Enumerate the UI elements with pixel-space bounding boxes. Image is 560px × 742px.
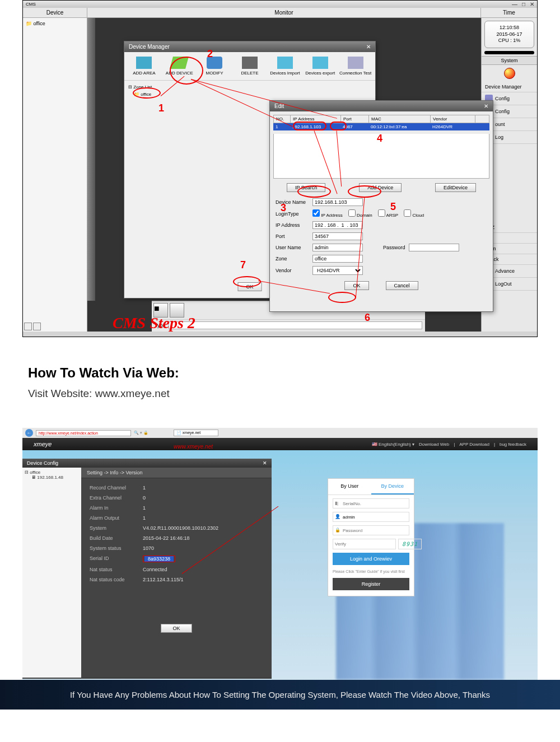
bug-feedback-link[interactable]: bug feedback bbox=[500, 442, 526, 447]
register-button[interactable]: Register bbox=[333, 578, 409, 590]
login-hint: Please Click "Enter Guide" if you visit … bbox=[328, 568, 414, 575]
web-screenshot: ← http://www.xmeye.net/index.action 🔍 ▾ … bbox=[22, 428, 538, 680]
tree-item[interactable]: 🖥 192.168.1.48 bbox=[25, 475, 79, 480]
annotation-3: 3 bbox=[281, 202, 286, 214]
clock-box: 12:10:58 2015-06-17 CPU : 1% bbox=[484, 21, 534, 48]
lang-selector[interactable]: 🇺🇸 English(English) ▾ bbox=[372, 442, 414, 447]
devmgr-toolbar: ADD AREA ADD DEVICE MODIFY DELETE Device… bbox=[124, 52, 375, 81]
zone-input[interactable] bbox=[312, 255, 363, 263]
user-icon: 👤 bbox=[335, 514, 340, 520]
device-config-dialog: Device Config ✕ ⊟ office 🖥 192.168.1.48 … bbox=[22, 459, 272, 679]
import-button[interactable]: Devices Import bbox=[268, 57, 302, 76]
port-input[interactable] bbox=[312, 232, 363, 240]
maximize-icon[interactable]: □ bbox=[522, 1, 525, 7]
login-type-domain[interactable]: Domain bbox=[348, 209, 372, 218]
close-icon[interactable]: ✕ bbox=[530, 1, 534, 7]
serial-id-highlight: 8a933238 bbox=[143, 556, 175, 562]
barcode-icon: ▮| bbox=[335, 501, 340, 506]
dc-breadcrumb: Setting -> Info -> Version bbox=[81, 468, 272, 478]
username-input[interactable] bbox=[312, 244, 363, 251]
test-button[interactable]: Connection Test bbox=[338, 57, 372, 76]
minimize-icon[interactable]: — bbox=[512, 1, 517, 7]
dc-tree: ⊟ office 🖥 192.168.1.48 bbox=[22, 468, 81, 678]
dc-ok-button[interactable]: OK bbox=[161, 624, 192, 633]
device-tree-panel: 📁 office bbox=[23, 18, 87, 332]
edit-dialog: Edit ✕ NO. IP Address Port MAC Vendor 1 … bbox=[269, 100, 493, 312]
type-field[interactable] bbox=[169, 321, 422, 329]
login-button[interactable]: Login and Orewiev bbox=[333, 553, 409, 565]
browser-bar: ← http://www.xmeye.net/index.action 🔍 ▾ … bbox=[22, 428, 538, 438]
device-name-input[interactable] bbox=[312, 198, 363, 206]
add-area-button[interactable]: ADD AREA bbox=[127, 57, 161, 76]
section-body: Visit Website: www.xmeye.net bbox=[28, 388, 532, 400]
cms-screenshot: CMS — □ ✕ Device Monitor Time 📁 office ■ bbox=[22, 0, 538, 337]
lock-icon: 🔒 bbox=[335, 528, 340, 533]
annotation-1: 1 bbox=[158, 102, 164, 114]
record-button[interactable] bbox=[504, 68, 515, 79]
close-icon[interactable]: ✕ bbox=[263, 460, 267, 466]
annotation-4: 4 bbox=[377, 133, 382, 144]
export-button[interactable]: Devices export bbox=[303, 57, 337, 76]
footer-text: If You Have Any Problems About How To Se… bbox=[0, 680, 560, 710]
address-bar[interactable]: http://www.xmeye.net/index.action bbox=[36, 430, 131, 436]
username-field[interactable]: 👤 bbox=[333, 512, 409, 522]
annotation-5: 5 bbox=[390, 201, 396, 213]
close-icon[interactable]: ✕ bbox=[366, 44, 371, 50]
login-tab-user[interactable]: By User bbox=[328, 479, 371, 494]
login-tab-device[interactable]: By Device bbox=[371, 479, 414, 494]
header-device: Device bbox=[23, 8, 87, 17]
download-web-link[interactable]: Download Web bbox=[419, 442, 449, 447]
web-logo: xmeye bbox=[34, 441, 52, 447]
edit-titlebar[interactable]: Edit ✕ bbox=[270, 101, 493, 111]
ip-address-input[interactable] bbox=[312, 221, 363, 229]
cms-app-title: CMS bbox=[26, 2, 36, 7]
login-panel: By User By Device ▮| 👤 🔒 8931 Login and … bbox=[328, 478, 414, 596]
sidebar-device-manager[interactable]: Device Manager bbox=[482, 82, 537, 92]
web-header: xmeye 🇺🇸 English(English) ▾ Download Web… bbox=[22, 438, 538, 450]
page-icon[interactable] bbox=[24, 323, 32, 330]
edit-device-button[interactable]: EditDevice bbox=[435, 183, 476, 192]
back-button[interactable]: ← bbox=[25, 429, 33, 437]
system-section-label: System bbox=[482, 56, 537, 65]
dc-titlebar[interactable]: Device Config ✕ bbox=[22, 459, 272, 468]
header-time: Time bbox=[481, 8, 537, 17]
cms-titlebar: CMS — □ ✕ bbox=[23, 1, 537, 8]
cms-steps-label: CMS Steps 2 bbox=[113, 314, 195, 332]
close-icon[interactable]: ✕ bbox=[484, 103, 488, 109]
edit-cancel-button[interactable]: Cancel bbox=[386, 281, 418, 290]
login-type-cloud[interactable]: Cloud bbox=[404, 209, 424, 218]
annotation-2: 2 bbox=[207, 48, 213, 60]
delete-button[interactable]: DELETE bbox=[233, 57, 267, 76]
refresh-icon[interactable] bbox=[33, 323, 41, 330]
url-annotation: www.xmeye.net bbox=[174, 444, 213, 450]
tree-root[interactable]: 📁 office bbox=[25, 20, 85, 27]
header-monitor: Monitor bbox=[87, 8, 481, 17]
tree-item[interactable]: ⊟ office bbox=[25, 470, 79, 475]
section-text: How To Watch Via Web: Visit Website: www… bbox=[28, 365, 532, 400]
cms-header: Device Monitor Time bbox=[23, 8, 537, 18]
verify-input[interactable] bbox=[333, 539, 396, 549]
browser-tab[interactable]: 📄 xmeye.net bbox=[174, 430, 218, 436]
app-download-link[interactable]: APP Download bbox=[459, 442, 489, 447]
serial-field[interactable]: ▮| bbox=[333, 498, 409, 508]
password-field[interactable]: 🔒 bbox=[333, 525, 409, 535]
vendor-select[interactable]: H264DVR bbox=[312, 266, 363, 275]
password-input[interactable] bbox=[409, 244, 459, 251]
annotation-6: 6 bbox=[365, 312, 370, 324]
section-heading: How To Watch Via Web: bbox=[28, 365, 532, 381]
devmgr-titlebar[interactable]: Device Manager ✕ bbox=[124, 41, 375, 52]
annotation-7: 7 bbox=[240, 259, 246, 271]
login-type-ip[interactable]: IP Address bbox=[312, 209, 343, 218]
verify-code: 8931 bbox=[398, 539, 422, 549]
